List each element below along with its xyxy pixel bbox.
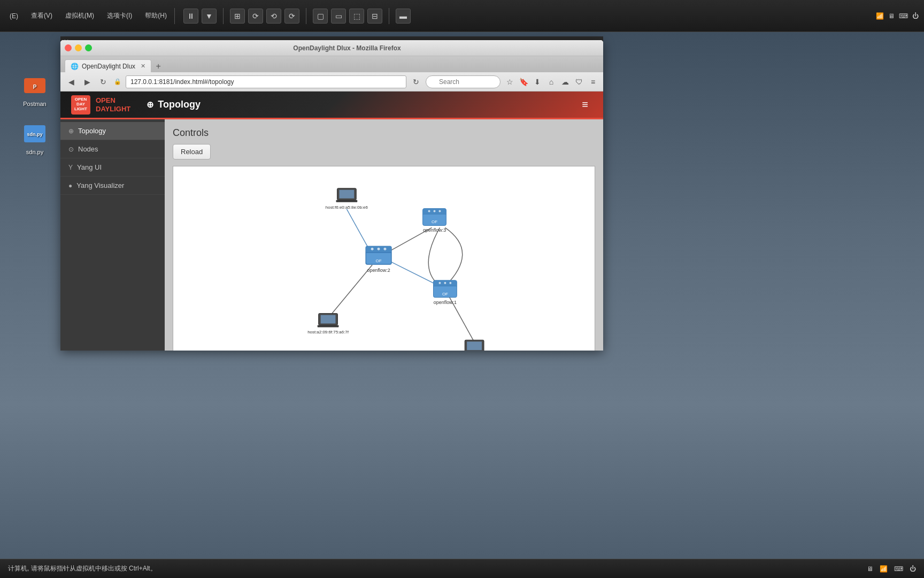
postman-label: Postman [23,101,46,107]
node-host1[interactable]: host:f6:e0:a5:8e:0b:e6 [326,188,368,210]
taskbar-btn-6[interactable]: ▭ [331,9,346,24]
statusbar: 计算机, 请将鼠标指针从虚拟机中移出或按 Ctrl+Alt。 🖥 📶 ⌨ ⏻ [0,559,924,578]
svg-point-29 [444,282,446,284]
taskbar-dropdown-btn[interactable]: ▼ [202,9,217,24]
svg-point-30 [449,282,451,284]
odl-hamburger-btn[interactable]: ≡ [578,96,592,113]
taskbar-btn-5[interactable]: ▢ [313,9,328,24]
svg-rect-34 [339,190,354,199]
svg-text:openflow:2: openflow:2 [367,268,390,273]
window-maximize-btn[interactable] [85,44,92,51]
svg-text:host:a2:09:6f:75:a6:7f: host:a2:09:6f:75:a6:7f [307,330,349,334]
taskbar-lang-icon: ⌨ [899,12,908,20]
odl-header: OPENDAYLIGHT OPEN DAYLIGHT ⊕ Topology ≡ [60,92,603,119]
menu-view[interactable]: 查看(V) [27,9,57,22]
svg-point-22 [384,248,387,250]
taskbar-separator-3 [306,8,306,24]
statusbar-message: 计算机, 请将鼠标指针从虚拟机中移出或按 Ctrl+Alt。 [8,564,157,573]
home-icon[interactable]: ⌂ [545,76,557,88]
taskbar-btn-7[interactable]: ⬚ [349,9,364,24]
taskbar-separator-4 [389,8,389,24]
topology-canvas[interactable]: OF openflow:3 OF openflow:2 [173,166,595,351]
taskbar-power-icon: ⏻ [912,12,919,20]
search-input[interactable] [426,75,500,88]
svg-point-12 [428,210,430,212]
taskbar-pause-btn[interactable]: ⏸ [183,9,198,24]
node-host3[interactable]: host:16:65:3b:12:54:4c [453,340,496,351]
taskbar: (E) 查看(V) 虚拟机(M) 选项卡(I) 帮助(H) ⏸ ▼ ⊞ ⟳ ⟲ … [0,0,924,32]
sidebar-nodes-label: Nodes [78,145,98,153]
menu-tab[interactable]: 选项卡(I) [103,9,136,22]
svg-line-7 [328,265,373,318]
svg-rect-38 [321,315,336,324]
sidebar-item-yang-visualizer[interactable]: ● Yang Visualizer [60,177,165,195]
browser-navbar: ◀ ▶ ↻ 🔒 ↻ 🔍 ☆ 🔖 ⬇ ⌂ ☁ 🛡 ≡ [60,72,603,92]
menu-vm[interactable]: 虚拟机(M) [61,9,98,22]
svg-point-20 [371,248,374,250]
reload-page-btn[interactable]: ↻ [410,75,422,88]
browser-tab-main[interactable]: 🌐 OpenDaylight Dlux ✕ [65,59,151,72]
window-close-btn[interactable] [65,44,72,51]
bookmark-star-icon[interactable]: ☆ [504,76,515,88]
node-of2[interactable]: OF openflow:2 [366,246,391,273]
browser-title: OpenDaylight Dlux - Mozilla Firefox [95,44,599,52]
svg-text:OF: OF [376,258,382,263]
odl-logo-text: OPEN DAYLIGHT [96,96,130,113]
yang-visualizer-sidebar-icon: ● [68,182,72,189]
sdnpy-icon: sdn.py [22,121,48,147]
svg-point-21 [378,248,380,250]
menu-e[interactable]: (E) [5,10,22,22]
odl-sidebar: ⊕ Topology ⊙ Nodes Y Yang UI ● Yang Visu… [60,119,165,351]
taskbar-icons: ⏸ ▼ ⊞ ⟳ ⟲ ⟳ ▢ ▭ ⬚ ⊟ ▬ [183,8,411,24]
svg-text:sdn.py: sdn.py [27,132,42,137]
download-icon[interactable]: ⬇ [532,76,543,88]
topology-svg: OF openflow:3 OF openflow:2 [173,166,595,351]
yangui-sidebar-icon: Y [68,164,73,171]
desktop-icon-postman[interactable]: P Postman [13,70,56,110]
svg-text:P: P [33,84,37,90]
sidebar-topology-label: Topology [78,127,106,135]
taskbar-btn-3[interactable]: ⟲ [266,9,281,24]
svg-rect-19 [366,252,391,253]
browser-window: OpenDaylight Dlux - Mozilla Firefox 🌐 Op… [60,40,603,351]
sidebar-item-topology[interactable]: ⊕ Topology [60,122,165,140]
controls-section: Controls Reload [173,127,595,159]
sidebar-item-yangui[interactable]: Y Yang UI [60,158,165,177]
menu-icon[interactable]: ≡ [587,76,599,88]
taskbar-right: 📶 🖥 ⌨ ⏻ [876,12,919,20]
statusbar-icon-3: ⌨ [894,565,903,573]
odl-logo: OPENDAYLIGHT OPEN DAYLIGHT [71,95,130,115]
taskbar-btn-2[interactable]: ⟳ [248,9,263,24]
tab-add-btn[interactable]: + [152,60,164,72]
svg-rect-35 [336,200,357,202]
refresh-btn[interactable]: ↻ [97,75,110,88]
taskbar-btn-4[interactable]: ⟳ [284,9,299,24]
node-of3[interactable]: OF openflow:3 [423,209,446,233]
back-btn[interactable]: ◀ [65,75,78,88]
taskbar-btn-9[interactable]: ▬ [396,9,411,24]
tab-close-btn[interactable]: ✕ [141,63,145,70]
browser-titlebar: OpenDaylight Dlux - Mozilla Firefox [60,40,603,56]
statusbar-right: 🖥 📶 ⌨ ⏻ [867,565,916,573]
window-minimize-btn[interactable] [75,44,82,51]
svg-point-28 [438,282,441,284]
svg-rect-39 [318,325,339,327]
topology-sidebar-icon: ⊕ [68,127,74,135]
svg-rect-42 [467,341,482,350]
address-bar[interactable] [126,75,406,88]
node-of1[interactable]: OF openflow:1 [434,280,457,305]
node-host2[interactable]: host:a2:09:6f:75:a6:7f [307,314,349,335]
statusbar-icon-4: ⏻ [910,565,916,573]
svg-text:OF: OF [442,292,448,296]
taskbar-btn-8[interactable]: ⊟ [367,9,382,24]
shield-icon[interactable]: 🛡 [573,76,585,88]
reload-btn[interactable]: Reload [173,144,211,159]
bookmark-icon[interactable]: 🔖 [518,76,529,88]
forward-btn[interactable]: ▶ [81,75,94,88]
menu-help[interactable]: 帮助(H) [141,9,171,22]
taskbar-btn-1[interactable]: ⊞ [230,9,245,24]
taskbar-separator-2 [223,8,224,24]
desktop-icon-sdnpy[interactable]: sdn.py sdn.py [13,118,56,158]
sync-icon[interactable]: ☁ [559,76,571,88]
sidebar-item-nodes[interactable]: ⊙ Nodes [60,140,165,158]
